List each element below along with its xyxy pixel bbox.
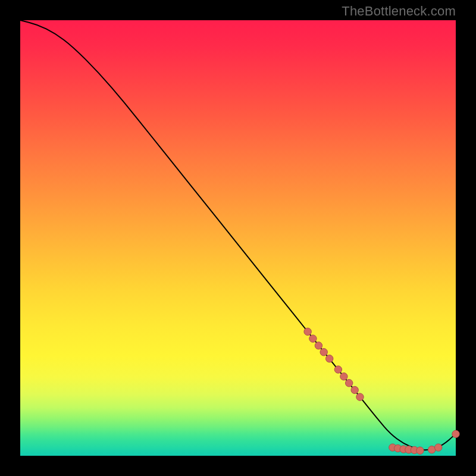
data-dot — [340, 373, 347, 380]
chart-svg — [20, 20, 456, 456]
data-dot — [351, 386, 358, 393]
bottleneck-curve — [20, 20, 456, 450]
data-dot — [356, 393, 364, 400]
data-dots — [304, 328, 459, 454]
watermark-text: TheBottleneck.com — [342, 4, 456, 19]
data-dot — [435, 444, 442, 451]
data-dot — [309, 335, 317, 342]
data-dot — [320, 349, 327, 356]
data-dot — [326, 355, 333, 362]
data-dot — [334, 366, 342, 373]
data-dot — [304, 328, 311, 335]
data-dot — [345, 380, 352, 387]
data-dot — [452, 430, 459, 437]
plot-area — [20, 20, 456, 456]
data-dot — [416, 447, 424, 454]
data-dot — [315, 342, 322, 349]
chart-frame: TheBottleneck.com — [0, 0, 476, 476]
